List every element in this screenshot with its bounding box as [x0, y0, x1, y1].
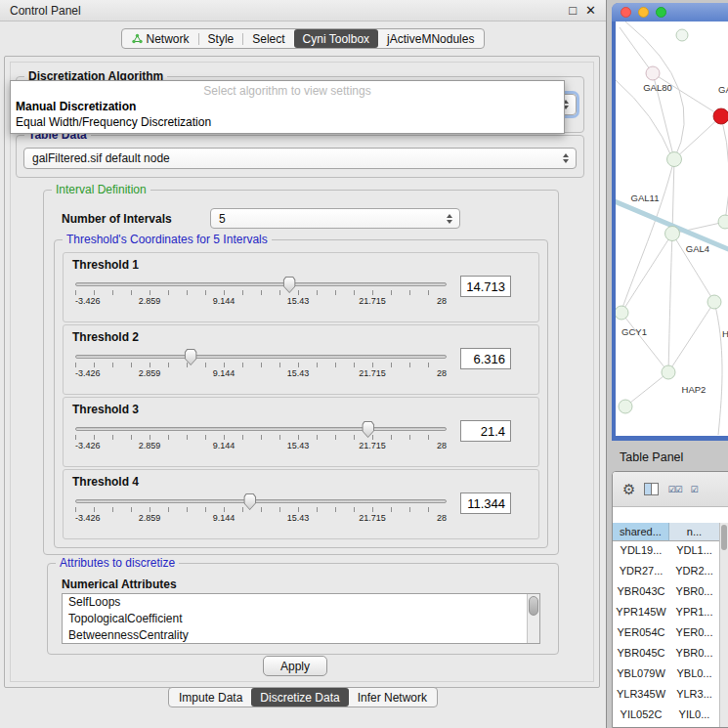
tab-label: Style	[208, 32, 235, 46]
list-item[interactable]: BetweennessCentrality	[63, 627, 527, 644]
list-item[interactable]: TopologicalCoefficient	[63, 611, 527, 627]
network-node-gal11[interactable]	[667, 152, 682, 167]
table-row[interactable]: YIL052CYIL0...	[613, 706, 719, 726]
numerical-attributes-label: Numerical Attributes	[62, 578, 177, 591]
number-of-intervals-value: 5	[219, 212, 443, 226]
slider-track[interactable]	[75, 499, 447, 503]
column-header-name[interactable]: n...	[669, 523, 719, 541]
table-scrollbar[interactable]	[719, 523, 728, 727]
threshold-1-slider[interactable]: -3.4262.8599.14415.4321.71528	[75, 276, 447, 307]
threshold-4-value-field[interactable]: 11.344	[460, 492, 511, 514]
threshold-2-label: Threshold 2	[72, 330, 139, 344]
threshold-1-panel: Threshold 1 -3.4262.8599.14415.4321.7152…	[63, 252, 539, 322]
bottom-tab-bar: Impute Data Discretize Data Infer Networ…	[0, 687, 606, 707]
node-label-gcy1: GCY1	[621, 326, 647, 337]
list-scrollbar-thumb[interactable]	[529, 596, 538, 616]
threshold-4-slider[interactable]: -3.4262.8599.14415.4321.71528	[75, 492, 447, 524]
list-item[interactable]: SelfLoops	[63, 594, 527, 611]
slider-scale-labels: -3.4262.8599.14415.4321.71528	[75, 296, 447, 307]
control-panel-titlebar: Control Panel □ ✕	[0, 0, 606, 21]
tab-impute-data[interactable]: Impute Data	[170, 688, 251, 707]
table-row[interactable]: YDL19...YDL1...	[613, 541, 719, 562]
threshold-2-slider[interactable]: -3.4262.8599.14415.4321.71528	[75, 348, 447, 379]
slider-scale-labels: -3.4262.8599.14415.4321.71528	[75, 441, 447, 451]
tab-cyni-toolbox[interactable]: Cyni Toolbox	[294, 29, 378, 48]
slider-thumb[interactable]	[283, 277, 296, 293]
network-canvas[interactable]: GAL80 GAL11 GAL4 GCY1 HAP2 GA H	[616, 21, 728, 436]
float-window-button[interactable]: □	[569, 4, 577, 17]
table-row[interactable]: YBR045CYBR0...	[613, 644, 719, 664]
tab-label: jActiveMNodules	[387, 32, 474, 46]
table-header-row: shared... n...	[613, 523, 719, 541]
network-node-hap2[interactable]	[662, 365, 675, 379]
group-title-thresholds: Threshold's Coordinates for 5 Intervals	[63, 233, 272, 246]
network-node[interactable]	[707, 295, 721, 309]
tab-label: Select	[252, 32, 284, 46]
minimize-traffic-light[interactable]	[638, 7, 649, 18]
network-window-titlebar[interactable]	[612, 3, 728, 21]
gear-icon[interactable]: ⚙	[622, 481, 635, 498]
column-selector-icon[interactable]	[644, 483, 659, 495]
apply-button[interactable]: Apply	[263, 656, 327, 676]
slider-thumb[interactable]	[185, 349, 197, 365]
table-row[interactable]: YBL079WYBL0...	[613, 664, 719, 685]
table-scrollbar-thumb[interactable]	[721, 525, 727, 550]
table-row[interactable]: YBR043CYBR0...	[613, 582, 719, 603]
threshold-1-value-field[interactable]: 14.713	[460, 276, 511, 297]
checkbox-icon[interactable]: ☑	[691, 485, 698, 494]
threshold-1-label: Threshold 1	[72, 258, 139, 272]
network-node[interactable]	[718, 215, 728, 229]
threshold-4-panel: Threshold 4 -3.4262.8599.14415.4321.7152…	[63, 469, 539, 539]
threshold-2-value-field[interactable]: 6.316	[460, 348, 511, 369]
network-node[interactable]	[619, 400, 632, 413]
tab-discretize-data[interactable]: Discretize Data	[251, 688, 348, 707]
close-window-button[interactable]: ✕	[585, 4, 596, 17]
select-all-checkboxes-icon[interactable]: ☑☑	[667, 485, 681, 494]
network-node-highlighted[interactable]	[713, 108, 728, 124]
dropdown-prompt: Select algorithm to view settings	[11, 83, 564, 99]
group-title-attributes: Attributes to discretize	[56, 556, 179, 570]
table-row[interactable]: YER054CYER0...	[613, 623, 719, 644]
threshold-3-slider[interactable]: -3.4262.8599.14415.4321.71528	[75, 420, 447, 451]
window-title: Control Panel	[10, 4, 81, 18]
interval-definition-group: Interval Definition Number of Intervals …	[43, 190, 559, 555]
slider-thumb[interactable]	[243, 493, 256, 510]
network-node-gcy1[interactable]	[616, 306, 628, 320]
tab-style[interactable]: Style	[199, 29, 243, 48]
node-label-clipped: H	[722, 328, 728, 339]
right-region: GAL80 GAL11 GAL4 GCY1 HAP2 GA H Table Pa…	[606, 0, 728, 728]
number-of-intervals-label: Number of Intervals	[62, 212, 172, 226]
network-node[interactable]	[676, 29, 688, 41]
threshold-3-value-field[interactable]: 21.4	[460, 420, 511, 442]
network-node-gal4[interactable]	[665, 227, 680, 241]
threshold-4-label: Threshold 4	[72, 475, 139, 489]
tab-infer-network[interactable]: Infer Network	[349, 688, 436, 707]
slider-track[interactable]	[75, 282, 447, 286]
table-data-combobox[interactable]: galFiltered.sif default node	[23, 148, 577, 169]
tab-label: Infer Network	[358, 691, 427, 705]
slider-track[interactable]	[75, 355, 447, 359]
slider-track[interactable]	[75, 427, 447, 431]
list-scrollbar[interactable]	[527, 594, 539, 643]
dropdown-option-equal-width-frequency[interactable]: Equal Width/Frequency Discretization	[11, 114, 564, 130]
tab-jactivemnodules[interactable]: jActiveMNodules	[378, 29, 483, 48]
column-header-shared-name[interactable]: shared...	[613, 523, 669, 541]
dropdown-option-manual-discretization[interactable]: Manual Discretization	[11, 99, 564, 114]
table-body: YDL19...YDL1...YDR27...YDR2...YBR043CYBR…	[613, 541, 719, 727]
table-panel-window: ⚙ ☑☑ ☑ shared... n... YDL19...YDL1...YDR…	[612, 471, 728, 728]
close-traffic-light[interactable]	[621, 7, 631, 18]
tab-select[interactable]: Select	[243, 29, 293, 48]
table-row[interactable]: YLR345WYLR3...	[613, 685, 719, 706]
attributes-list-items: SelfLoopsTopologicalCoefficientBetweenne…	[63, 594, 527, 644]
slider-thumb[interactable]	[362, 421, 374, 438]
network-icon	[132, 33, 143, 44]
zoom-traffic-light[interactable]	[656, 7, 666, 18]
node-label-clipped: GA	[718, 84, 728, 95]
table-row[interactable]: YDR27...YDR2...	[613, 562, 719, 582]
table-panel-title: Table Panel	[620, 450, 683, 464]
number-of-intervals-combobox[interactable]: 5	[210, 208, 460, 229]
tab-network[interactable]: Network	[123, 29, 198, 48]
app-root: Control Panel □ ✕ Network	[0, 0, 728, 728]
table-row[interactable]: YPR145WYPR1...	[613, 603, 719, 623]
network-node-gal80[interactable]	[646, 66, 660, 80]
